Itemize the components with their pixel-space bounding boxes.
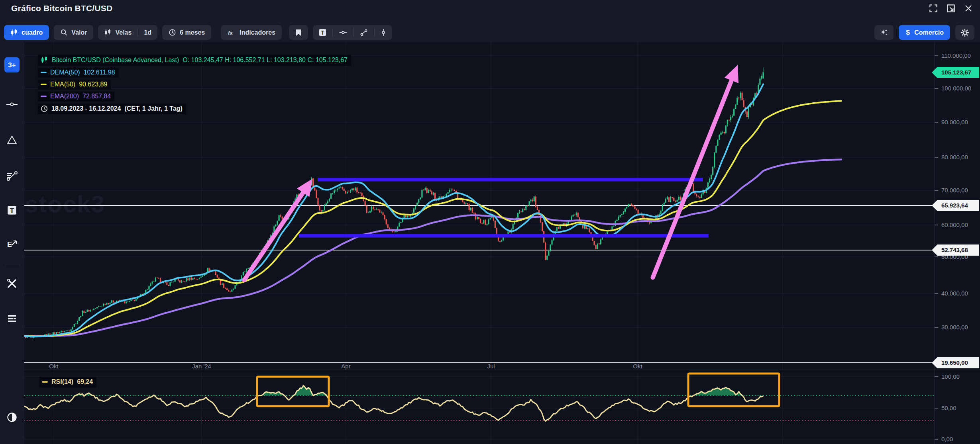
dollar-icon: $ [905, 29, 911, 37]
chart-type-label: cuadro [22, 29, 43, 36]
svg-text:Jul: Jul [487, 363, 495, 370]
dema-value: 102.611,98 [84, 69, 115, 76]
text-tool-icon: T [319, 29, 326, 36]
svg-text:19.650,00: 19.650,00 [941, 359, 968, 366]
pattern-tool-button[interactable] [4, 168, 20, 184]
dema-swatch [41, 72, 47, 73]
window-title: Gráfico Bitcoin BTC/USD [11, 4, 112, 13]
candles-icon [104, 29, 112, 36]
svg-text:40.000,00: 40.000,00 [941, 290, 968, 297]
trading-app-window: OktJan '24AprJulOkt110.000,00100.000,009… [0, 0, 980, 444]
fx-icon: fx [227, 29, 236, 36]
rsi-label: RSI(14) [51, 378, 73, 385]
dema-label: DEMA(50) [50, 69, 80, 76]
hline-sidebar-button[interactable] [4, 97, 20, 112]
candles-interval-group: Velas 1d [98, 25, 157, 40]
tools-settings-button[interactable] [4, 276, 20, 291]
candles-style-button[interactable]: Velas [98, 25, 137, 40]
legend-dema-row[interactable]: DEMA(50) 102.611,98 [38, 68, 351, 78]
ai-sparkles-button[interactable] [874, 25, 894, 40]
dollar-glyph: $ [906, 29, 910, 36]
svg-text:100,00: 100,00 [941, 373, 960, 380]
svg-text:Okt: Okt [49, 363, 59, 370]
layout-icon [7, 314, 17, 323]
triangle-icon [7, 135, 17, 145]
triangle-tool-button[interactable] [4, 133, 20, 148]
svg-text:70.000,00: 70.000,00 [941, 187, 968, 194]
ema50-swatch [41, 84, 47, 85]
svg-text:0,00: 0,00 [941, 436, 953, 442]
legend-symbol-row[interactable]: Bitcoin BTC/USD (Coinbase Advanced, Last… [38, 55, 351, 66]
svg-text:30.000,00: 30.000,00 [941, 324, 968, 331]
legend-ema50-row[interactable]: EMA(50) 90.623,89 [38, 80, 351, 90]
drawing-sidebar: 3+ T [0, 42, 24, 444]
fullscreen-button[interactable] [927, 2, 939, 14]
rsi-swatch [42, 381, 48, 383]
bookmark-button[interactable] [289, 25, 308, 40]
trendline-icon [360, 29, 368, 36]
hline-tool-button[interactable] [333, 25, 354, 40]
close-icon [964, 4, 973, 13]
sparkles-icon [880, 28, 888, 37]
svg-text:Okt: Okt [633, 363, 642, 370]
range-label: 6 meses [180, 29, 205, 36]
vertical-line-icon [381, 29, 386, 36]
symbol-title: Bitcoin BTC/USD (Coinbase Advanced, Last… [52, 57, 179, 63]
symbol-search-button[interactable]: Valor [54, 25, 93, 40]
vline-tool-button[interactable] [375, 25, 392, 40]
text-tool-button[interactable]: T [313, 25, 332, 40]
range-button[interactable]: 6 meses [162, 25, 211, 40]
forecast-icon: E [6, 239, 18, 249]
resize-icon [946, 3, 956, 14]
legend-ema200-row[interactable]: EMA(200) 72.857,84 [38, 92, 351, 102]
forecast-tool-button[interactable]: E [4, 237, 20, 252]
legend-daterange-row: 18.09.2023 - 16.12.2024 (CET, 1 Jahr, 1 … [38, 104, 351, 114]
chart-type-button[interactable]: cuadro [4, 25, 49, 40]
forecast-glyph: E [7, 241, 12, 248]
contrast-icon [7, 412, 17, 422]
svg-text:60.000,00: 60.000,00 [941, 221, 968, 228]
trade-button[interactable]: $ Comercio [899, 25, 950, 40]
theme-contrast-button[interactable] [4, 410, 20, 425]
interval-button[interactable]: 1d [138, 25, 157, 40]
svg-text:65.923,64: 65.923,64 [941, 202, 968, 209]
titlebar: Gráfico Bitcoin BTC/USD [0, 0, 980, 17]
settings-button[interactable] [955, 25, 974, 40]
ema200-swatch [41, 96, 47, 97]
clock-icon [169, 29, 176, 36]
sidebar-divider [4, 265, 20, 265]
svg-text:Jan '24: Jan '24 [192, 363, 211, 370]
svg-text:90.000,00: 90.000,00 [941, 119, 968, 125]
fx-glyph: fx [228, 29, 233, 35]
svg-text:50,00: 50,00 [941, 405, 956, 411]
toolbar: cuadro Valor Velas [0, 17, 980, 42]
pattern-icon [6, 171, 18, 181]
text-tool-icon: T [7, 205, 17, 215]
candles-icon [10, 29, 18, 36]
text-glyph: T [321, 29, 324, 36]
symbol-ohlc: O: 103.245,47 H: 106.552,71 L: 103.213,8… [183, 57, 348, 63]
candles-icon [41, 56, 48, 64]
svg-text:Apr: Apr [341, 363, 350, 370]
interval-label: 1d [144, 29, 151, 36]
indicators-button[interactable]: fx Indicadores [221, 25, 282, 40]
svg-text:80.000,00: 80.000,00 [941, 154, 968, 160]
popout-resize-button[interactable] [945, 2, 957, 14]
trendline-tool-button[interactable] [354, 25, 374, 40]
fullscreen-icon [928, 3, 939, 14]
trade-label: Comercio [914, 29, 944, 36]
svg-text:100.000,00: 100.000,00 [941, 85, 971, 92]
ema200-value: 72.857,84 [82, 93, 111, 100]
text-glyph: T [10, 207, 14, 215]
candles-style-label: Velas [115, 29, 132, 36]
svg-text:52.743,68: 52.743,68 [941, 246, 968, 253]
rsi-value: 69,24 [77, 378, 93, 385]
cursor-tool-button[interactable]: 3+ [4, 57, 20, 72]
rsi-legend[interactable]: RSI(14) 69,24 [39, 377, 96, 387]
text-sidebar-button[interactable]: T [4, 203, 20, 218]
close-button[interactable] [962, 2, 974, 14]
crossed-tools-icon [7, 278, 17, 289]
svg-text:105.123,67: 105.123,67 [941, 69, 971, 76]
horizontal-line-icon [339, 29, 348, 36]
layout-button[interactable] [4, 311, 20, 326]
